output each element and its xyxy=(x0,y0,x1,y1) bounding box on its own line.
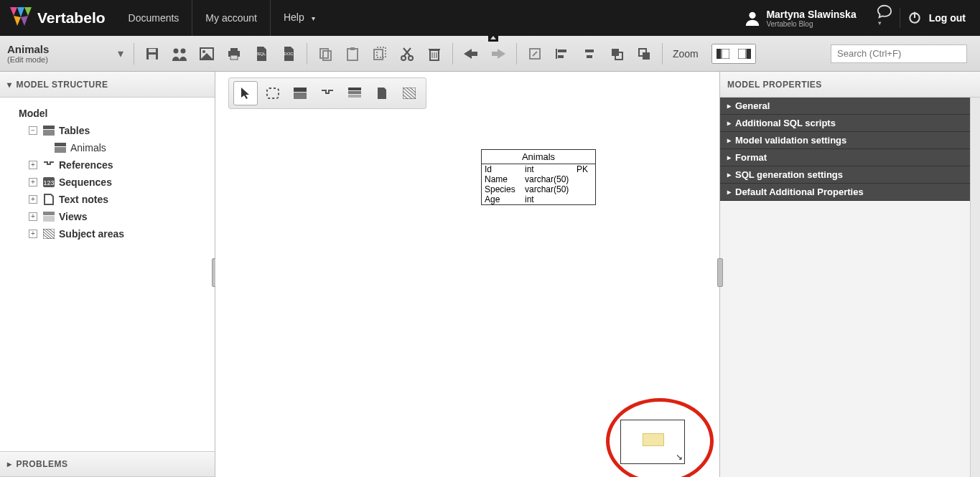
collapse-top-icon[interactable] xyxy=(488,34,498,42)
zoom-label: Zoom xyxy=(673,48,699,60)
entity-title: Animals xyxy=(482,150,595,164)
accordion-validation[interactable]: ▸Model validation settings xyxy=(720,132,980,149)
copy-button[interactable] xyxy=(313,42,337,66)
edit-tool-button[interactable] xyxy=(523,42,547,66)
right-panel: MODEL PROPERTIES ▸General ▸Additional SQ… xyxy=(719,72,980,477)
logo-icon xyxy=(10,7,32,29)
tree-sequences[interactable]: + 123 Sequences xyxy=(4,174,210,191)
power-icon[interactable] xyxy=(907,11,922,25)
svg-marker-2 xyxy=(24,7,32,16)
svg-marker-39 xyxy=(498,49,505,59)
expand-icon[interactable]: + xyxy=(29,178,37,186)
document-selector[interactable]: Animals (Edit mode) ▾ xyxy=(0,43,129,64)
chevron-right-icon: ▸ xyxy=(727,136,731,144)
collapse-icon[interactable]: − xyxy=(29,126,37,135)
expand-icon[interactable]: + xyxy=(29,212,37,221)
save-button[interactable] xyxy=(140,42,164,66)
image-button[interactable] xyxy=(195,42,219,66)
redo-button[interactable] xyxy=(486,42,510,66)
expand-icon[interactable]: + xyxy=(29,161,37,169)
svg-rect-57 xyxy=(43,130,55,136)
svg-point-12 xyxy=(174,48,179,53)
entity-animals[interactable]: Animals Id int PK Name varchar(50) Speci… xyxy=(481,149,596,205)
logout-link[interactable]: Log out xyxy=(929,12,966,24)
share-button[interactable] xyxy=(167,42,192,66)
tree-subjectareas[interactable]: + Subject areas xyxy=(4,225,210,242)
svg-point-13 xyxy=(181,48,186,53)
canvas[interactable]: Animals Id int PK Name varchar(50) Speci… xyxy=(215,72,719,477)
entity-column-row: Species varchar(50) xyxy=(482,184,595,194)
doc-export-button[interactable]: DOC xyxy=(276,42,301,66)
delete-button[interactable] xyxy=(422,42,447,66)
svg-rect-45 xyxy=(558,55,564,58)
send-back-button[interactable] xyxy=(632,42,656,66)
user-name: Martyna Slawinska xyxy=(766,9,856,20)
svg-marker-1 xyxy=(17,7,24,17)
paste-button[interactable] xyxy=(340,42,365,66)
document-title: Animals xyxy=(7,43,49,55)
svg-point-5 xyxy=(750,12,756,19)
nav-my-account[interactable]: My account xyxy=(192,0,271,36)
new-area-tool[interactable] xyxy=(397,81,421,105)
new-table-tool[interactable] xyxy=(288,81,312,105)
new-reference-tool[interactable] xyxy=(315,81,340,105)
view-split-left-button[interactable] xyxy=(712,44,734,63)
svg-rect-54 xyxy=(738,49,746,59)
accordion-format[interactable]: ▸Format xyxy=(720,149,980,166)
undo-button[interactable] xyxy=(459,42,483,66)
chevron-right-icon: ▸ xyxy=(727,154,731,161)
svg-marker-16 xyxy=(201,53,213,59)
user-block[interactable]: Martyna Slawinska Vertabelo Blog xyxy=(745,9,856,28)
tree-tables[interactable]: − Tables xyxy=(4,122,210,139)
svg-rect-24 xyxy=(347,49,358,60)
accordion-default-props[interactable]: ▸Default Additional Properties xyxy=(720,184,980,201)
tree-references[interactable]: + References xyxy=(4,156,210,174)
right-resize-handle[interactable] xyxy=(717,258,723,287)
nav-help[interactable]: Help ▾ xyxy=(271,0,328,37)
accordion-sql-gen[interactable]: ▸SQL generation settings xyxy=(720,166,980,184)
tree-views[interactable]: + Views xyxy=(4,208,210,225)
pointer-tool[interactable] xyxy=(233,81,258,105)
print-button[interactable] xyxy=(222,42,246,66)
model-properties-header[interactable]: MODEL PROPERTIES xyxy=(720,72,980,98)
left-panel: ▾ MODEL STRUCTURE Model − Tables Animals… xyxy=(0,72,215,477)
sql-export-button[interactable]: SQL xyxy=(249,42,274,66)
top-navbar: Vertabelo Documents My account Help ▾ Ma… xyxy=(0,0,980,36)
svg-rect-22 xyxy=(320,49,328,58)
tool-palette xyxy=(228,77,426,109)
accordion-sql-scripts[interactable]: ▸Additional SQL scripts xyxy=(720,115,980,132)
bring-front-button[interactable] xyxy=(605,42,629,66)
resize-arrow-icon[interactable]: ↘ xyxy=(676,452,683,462)
tree-animals[interactable]: Animals xyxy=(4,139,210,156)
marquee-tool[interactable] xyxy=(261,81,285,105)
tree-textnotes[interactable]: + Text notes xyxy=(4,191,210,208)
duplicate-button[interactable] xyxy=(368,42,392,66)
svg-rect-38 xyxy=(472,52,477,56)
align-left-button[interactable] xyxy=(550,42,574,66)
entity-column-row: Name varchar(50) xyxy=(482,174,595,184)
right-scrollbar[interactable] xyxy=(970,98,980,477)
nav-documents[interactable]: Documents xyxy=(116,0,193,36)
minimap[interactable]: ↘ xyxy=(620,420,685,464)
app-logo[interactable]: Vertabelo xyxy=(0,7,116,29)
svg-rect-68 xyxy=(294,93,307,99)
chevron-right-icon: ▸ xyxy=(7,459,12,469)
chat-icon[interactable]: ▾ xyxy=(877,4,892,32)
svg-rect-59 xyxy=(55,147,66,153)
svg-rect-47 xyxy=(587,55,592,58)
search-input[interactable] xyxy=(831,44,967,63)
model-structure-header[interactable]: ▾ MODEL STRUCTURE xyxy=(0,72,215,98)
svg-rect-46 xyxy=(585,49,594,52)
tree-root[interactable]: Model xyxy=(4,105,210,122)
svg-rect-70 xyxy=(348,91,361,94)
expand-icon[interactable]: + xyxy=(29,195,37,204)
align-center-button[interactable] xyxy=(577,42,602,66)
new-view-tool[interactable] xyxy=(342,81,367,105)
accordion-general[interactable]: ▸General xyxy=(720,98,980,115)
cut-button[interactable] xyxy=(395,42,419,66)
new-note-tool[interactable] xyxy=(370,81,394,105)
svg-marker-3 xyxy=(14,16,21,26)
expand-icon[interactable]: + xyxy=(29,230,37,238)
problems-header[interactable]: ▸ PROBLEMS xyxy=(0,451,215,477)
view-split-right-button[interactable] xyxy=(734,44,755,63)
